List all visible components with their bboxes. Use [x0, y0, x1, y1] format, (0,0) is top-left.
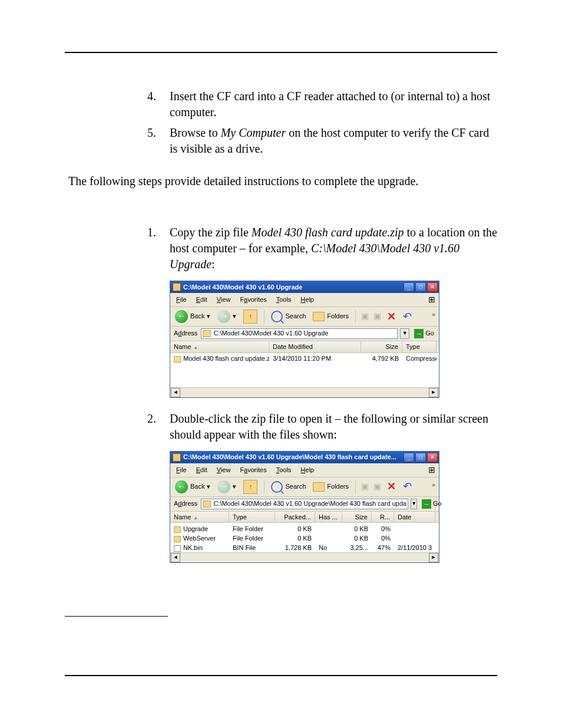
- copy-to-icon[interactable]: ▣: [372, 311, 382, 322]
- menu-file[interactable]: File: [171, 465, 191, 476]
- col-size[interactable]: Size: [342, 512, 372, 523]
- minimize-button[interactable]: _: [404, 282, 414, 292]
- scroll-right-button[interactable]: ►: [429, 553, 438, 562]
- scroll-right-button[interactable]: ►: [429, 388, 438, 397]
- menu-view[interactable]: View: [212, 294, 236, 305]
- address-dropdown-button[interactable]: ▼: [400, 328, 409, 339]
- col-has[interactable]: Has ...: [315, 512, 342, 523]
- step-text: Double-click the zip file to open it – t…: [170, 412, 488, 441]
- explorer-window-1: C:\Model 430\Model 430 v1.60 Upgrade _ □…: [170, 281, 439, 398]
- footer-rule: [65, 675, 497, 676]
- col-date[interactable]: Date: [394, 512, 435, 523]
- file-row[interactable]: Upgrade File Folder 0 KB 0 KB 0%: [170, 524, 439, 533]
- close-button[interactable]: ×: [427, 282, 438, 292]
- address-field[interactable]: C:\Model 430\Model 430 v1.60 Upgrade\Mod…: [201, 499, 408, 509]
- menu-view[interactable]: View: [212, 465, 236, 476]
- col-type[interactable]: Type: [402, 341, 437, 353]
- menu-tools[interactable]: Tools: [272, 465, 296, 476]
- delete-icon[interactable]: ✕: [385, 309, 398, 324]
- address-bar: Address C:\Model 430\Model 430 v1.60 Upg…: [170, 497, 439, 512]
- scroll-left-button[interactable]: ◄: [171, 553, 180, 562]
- col-ratio[interactable]: R...: [372, 512, 394, 523]
- maximize-button[interactable]: □: [415, 282, 426, 292]
- col-type[interactable]: Type: [229, 512, 275, 523]
- file-type: Compressed (: [402, 354, 437, 363]
- step-4: 4. Insert the CF card into a CF reader a…: [147, 88, 497, 120]
- footnote-rule: [65, 616, 168, 617]
- folders-button[interactable]: Folders: [310, 481, 351, 493]
- step-text: Browse to My Computer on the host comput…: [170, 126, 489, 155]
- menu-tools[interactable]: Tools: [272, 294, 296, 305]
- maximize-button[interactable]: □: [415, 453, 426, 462]
- column-headers: Name▲ Date Modified Size Type: [170, 341, 439, 353]
- back-arrow-icon: ←: [175, 310, 188, 323]
- step-text: Insert the CF card into a CF reader atta…: [170, 90, 490, 118]
- up-button[interactable]: [241, 479, 260, 495]
- forward-button[interactable]: → ▾: [215, 309, 239, 324]
- menu-favorites[interactable]: Favorites: [235, 465, 271, 476]
- move-to-icon[interactable]: ▣: [360, 311, 370, 322]
- up-button[interactable]: [241, 308, 260, 325]
- search-button[interactable]: Search: [269, 309, 308, 324]
- undo-icon[interactable]: ↶: [401, 479, 414, 493]
- go-button[interactable]: → Go: [412, 329, 437, 338]
- menu-file[interactable]: File: [171, 294, 191, 305]
- folder-icon: [174, 526, 181, 533]
- titlebar[interactable]: C:\Model 430\Model 430 v1.60 Upgrade _ □…: [170, 281, 439, 293]
- menu-edit[interactable]: Edit: [191, 294, 212, 305]
- col-date[interactable]: Date Modified: [269, 341, 361, 353]
- delete-icon[interactable]: ✕: [385, 479, 398, 493]
- menu-edit[interactable]: Edit: [191, 465, 212, 476]
- move-to-icon[interactable]: ▣: [360, 481, 370, 492]
- col-name[interactable]: Name▲: [170, 341, 269, 353]
- go-icon: →: [422, 499, 431, 509]
- search-button[interactable]: Search: [269, 480, 308, 494]
- toolbar-overflow-icon[interactable]: »: [432, 311, 435, 319]
- go-button[interactable]: → Go: [419, 499, 444, 509]
- forward-button[interactable]: → ▾: [215, 479, 239, 495]
- separator: [264, 480, 265, 493]
- file-date: 3/14/2010 11:20 PM: [269, 354, 361, 363]
- file-row[interactable]: Model 430 flash card update.zip 3/14/201…: [170, 354, 439, 364]
- undo-icon[interactable]: ↶: [401, 309, 414, 324]
- file-list[interactable]: Upgrade File Folder 0 KB 0 KB 0% WebServ…: [170, 523, 439, 552]
- separator: [264, 310, 265, 323]
- toolbar-overflow-icon[interactable]: »: [432, 481, 435, 489]
- scroll-left-button[interactable]: ◄: [171, 388, 180, 397]
- titlebar[interactable]: C:\Model 430\Model 430 v1.60 Upgrade\Mod…: [170, 452, 439, 463]
- address-field[interactable]: C:\Model 430\Model 430 v1.60 Upgrade: [201, 328, 398, 339]
- col-packed[interactable]: Packed...: [275, 512, 315, 523]
- menu-favorites[interactable]: Favorites: [235, 294, 271, 305]
- minimize-button[interactable]: _: [404, 453, 414, 462]
- prep-steps-list: 4. Insert the CF card into a CF reader a…: [65, 88, 497, 157]
- file-row[interactable]: WebServer File Folder 0 KB 0 KB 0%: [170, 533, 439, 543]
- bin-file-icon: [174, 545, 181, 552]
- file-row[interactable]: NK.bin BIN File 1,728 KB No 3,25... 47% …: [170, 543, 439, 552]
- step-number: 4.: [147, 88, 156, 104]
- address-bar: Address C:\Model 430\Model 430 v1.60 Upg…: [170, 327, 439, 341]
- sort-asc-icon: ▲: [191, 515, 198, 521]
- address-dropdown-button[interactable]: ▼: [411, 499, 417, 509]
- folder-icon: [173, 283, 181, 291]
- up-folder-icon: [243, 309, 257, 324]
- file-size: 4,792 KB: [361, 354, 402, 363]
- horizontal-scrollbar[interactable]: ◄ ►: [170, 387, 439, 397]
- menu-help[interactable]: Help: [296, 465, 319, 476]
- file-list[interactable]: Model 430 flash card update.zip 3/14/201…: [170, 353, 439, 387]
- copy-to-icon[interactable]: ▣: [372, 481, 382, 492]
- window-title: C:\Model 430\Model 430 v1.60 Upgrade: [183, 283, 404, 292]
- address-text: C:\Model 430\Model 430 v1.60 Upgrade\Mod…: [213, 499, 406, 508]
- col-name[interactable]: Name▲: [170, 512, 229, 523]
- horizontal-scrollbar[interactable]: ◄ ►: [170, 552, 439, 562]
- folders-button[interactable]: Folders: [310, 311, 351, 322]
- close-button[interactable]: ×: [427, 453, 438, 462]
- back-button[interactable]: ← Back ▾: [173, 309, 213, 324]
- forward-arrow-icon: →: [217, 310, 230, 323]
- menubar: File Edit View Favorites Tools Help ⊞: [170, 463, 439, 477]
- file-name: WebServer: [170, 534, 229, 543]
- step-number: 2.: [147, 411, 156, 427]
- menu-help[interactable]: Help: [296, 294, 319, 305]
- col-size[interactable]: Size: [361, 341, 402, 353]
- back-button[interactable]: ← Back ▾: [173, 479, 213, 495]
- step-text: Copy the zip file Model 430 flash card u…: [170, 226, 497, 271]
